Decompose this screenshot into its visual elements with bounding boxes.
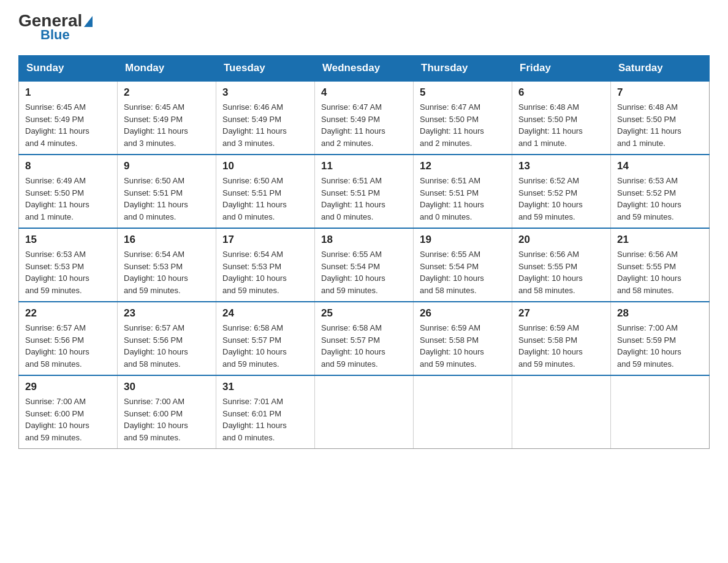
day-info: Sunrise: 6:53 AMSunset: 5:52 PMDaylight:… (617, 175, 703, 223)
calendar-cell: 17Sunrise: 6:54 AMSunset: 5:53 PMDayligh… (216, 228, 315, 302)
weekday-header-thursday: Thursday (414, 56, 512, 82)
calendar-cell: 29Sunrise: 7:00 AMSunset: 6:00 PMDayligh… (19, 375, 118, 449)
day-number: 30 (124, 381, 210, 393)
calendar-cell: 11Sunrise: 6:51 AMSunset: 5:51 PMDayligh… (315, 155, 414, 228)
day-number: 2 (124, 86, 210, 99)
calendar-cell: 8Sunrise: 6:49 AMSunset: 5:50 PMDaylight… (19, 155, 118, 228)
calendar-cell: 3Sunrise: 6:46 AMSunset: 5:49 PMDaylight… (216, 81, 315, 155)
logo-blue-text: Blue (40, 27, 70, 43)
day-number: 31 (222, 381, 308, 393)
calendar-cell (512, 375, 611, 449)
calendar-cell: 6Sunrise: 6:48 AMSunset: 5:50 PMDaylight… (512, 81, 611, 155)
day-info: Sunrise: 7:00 AMSunset: 6:00 PMDaylight:… (25, 396, 111, 443)
calendar-cell: 7Sunrise: 6:48 AMSunset: 5:50 PMDaylight… (611, 81, 710, 155)
day-info: Sunrise: 6:54 AMSunset: 5:53 PMDaylight:… (222, 248, 308, 296)
day-info: Sunrise: 6:57 AMSunset: 5:56 PMDaylight:… (25, 322, 111, 370)
calendar-cell: 5Sunrise: 6:47 AMSunset: 5:50 PMDaylight… (414, 81, 512, 155)
day-info: Sunrise: 6:56 AMSunset: 5:55 PMDaylight:… (518, 248, 604, 296)
day-info: Sunrise: 6:55 AMSunset: 5:54 PMDaylight:… (420, 248, 506, 296)
calendar-table: SundayMondayTuesdayWednesdayThursdayFrid… (18, 55, 710, 449)
day-number: 11 (321, 160, 407, 172)
day-info: Sunrise: 6:52 AMSunset: 5:52 PMDaylight:… (518, 175, 604, 223)
calendar-cell: 24Sunrise: 6:58 AMSunset: 5:57 PMDayligh… (216, 302, 315, 375)
weekday-header-sunday: Sunday (19, 56, 118, 82)
day-number: 25 (321, 307, 407, 320)
day-number: 17 (222, 234, 308, 246)
calendar-cell: 10Sunrise: 6:50 AMSunset: 5:51 PMDayligh… (216, 155, 315, 228)
day-info: Sunrise: 6:59 AMSunset: 5:58 PMDaylight:… (518, 322, 604, 370)
day-info: Sunrise: 7:00 AMSunset: 6:00 PMDaylight:… (124, 396, 210, 443)
day-info: Sunrise: 6:54 AMSunset: 5:53 PMDaylight:… (124, 248, 210, 296)
calendar-cell: 4Sunrise: 6:47 AMSunset: 5:49 PMDaylight… (315, 81, 414, 155)
day-info: Sunrise: 6:53 AMSunset: 5:53 PMDaylight:… (25, 248, 111, 296)
calendar-cell: 31Sunrise: 7:01 AMSunset: 6:01 PMDayligh… (216, 375, 315, 449)
day-number: 12 (420, 160, 506, 172)
day-number: 29 (25, 381, 111, 393)
day-info: Sunrise: 6:48 AMSunset: 5:50 PMDaylight:… (617, 101, 703, 149)
logo: General Blue (18, 12, 93, 43)
calendar-cell: 1Sunrise: 6:45 AMSunset: 5:49 PMDaylight… (19, 81, 118, 155)
day-number: 24 (222, 307, 308, 320)
calendar-cell: 16Sunrise: 6:54 AMSunset: 5:53 PMDayligh… (118, 228, 216, 302)
calendar-body: 1Sunrise: 6:45 AMSunset: 5:49 PMDaylight… (19, 81, 710, 449)
day-number: 10 (222, 160, 308, 172)
calendar-cell: 25Sunrise: 6:58 AMSunset: 5:57 PMDayligh… (315, 302, 414, 375)
day-info: Sunrise: 6:47 AMSunset: 5:49 PMDaylight:… (321, 101, 407, 149)
weekday-header-friday: Friday (512, 56, 611, 82)
day-number: 26 (420, 307, 506, 320)
day-info: Sunrise: 6:50 AMSunset: 5:51 PMDaylight:… (222, 175, 308, 223)
page-header: General Blue (18, 12, 710, 43)
calendar-cell: 14Sunrise: 6:53 AMSunset: 5:52 PMDayligh… (611, 155, 710, 228)
weekday-header-saturday: Saturday (611, 56, 710, 82)
calendar-week-2: 8Sunrise: 6:49 AMSunset: 5:50 PMDaylight… (19, 155, 710, 228)
calendar-cell: 15Sunrise: 6:53 AMSunset: 5:53 PMDayligh… (19, 228, 118, 302)
calendar-cell: 22Sunrise: 6:57 AMSunset: 5:56 PMDayligh… (19, 302, 118, 375)
day-number: 18 (321, 234, 407, 246)
calendar-week-1: 1Sunrise: 6:45 AMSunset: 5:49 PMDaylight… (19, 81, 710, 155)
day-number: 7 (617, 86, 703, 99)
calendar-cell: 27Sunrise: 6:59 AMSunset: 5:58 PMDayligh… (512, 302, 611, 375)
calendar-cell: 12Sunrise: 6:51 AMSunset: 5:51 PMDayligh… (414, 155, 512, 228)
day-number: 27 (518, 307, 604, 320)
calendar-cell: 9Sunrise: 6:50 AMSunset: 5:51 PMDaylight… (118, 155, 216, 228)
day-number: 21 (617, 234, 703, 246)
calendar-cell: 28Sunrise: 7:00 AMSunset: 5:59 PMDayligh… (611, 302, 710, 375)
day-info: Sunrise: 6:58 AMSunset: 5:57 PMDaylight:… (321, 322, 407, 370)
weekday-header-wednesday: Wednesday (315, 56, 414, 82)
weekday-header-tuesday: Tuesday (216, 56, 315, 82)
day-info: Sunrise: 6:56 AMSunset: 5:55 PMDaylight:… (617, 248, 703, 296)
day-info: Sunrise: 6:58 AMSunset: 5:57 PMDaylight:… (222, 322, 308, 370)
day-info: Sunrise: 6:45 AMSunset: 5:49 PMDaylight:… (124, 101, 210, 149)
day-info: Sunrise: 6:46 AMSunset: 5:49 PMDaylight:… (222, 101, 308, 149)
calendar-week-4: 22Sunrise: 6:57 AMSunset: 5:56 PMDayligh… (19, 302, 710, 375)
calendar-week-3: 15Sunrise: 6:53 AMSunset: 5:53 PMDayligh… (19, 228, 710, 302)
day-info: Sunrise: 6:51 AMSunset: 5:51 PMDaylight:… (420, 175, 506, 223)
day-info: Sunrise: 6:45 AMSunset: 5:49 PMDaylight:… (25, 101, 111, 149)
day-number: 19 (420, 234, 506, 246)
calendar-week-5: 29Sunrise: 7:00 AMSunset: 6:00 PMDayligh… (19, 375, 710, 449)
day-number: 1 (25, 86, 111, 99)
day-number: 4 (321, 86, 407, 99)
day-info: Sunrise: 6:51 AMSunset: 5:51 PMDaylight:… (321, 175, 407, 223)
calendar-cell: 13Sunrise: 6:52 AMSunset: 5:52 PMDayligh… (512, 155, 611, 228)
day-info: Sunrise: 6:59 AMSunset: 5:58 PMDaylight:… (420, 322, 506, 370)
day-number: 20 (518, 234, 604, 246)
day-number: 3 (222, 86, 308, 99)
day-number: 28 (617, 307, 703, 320)
calendar-cell: 30Sunrise: 7:00 AMSunset: 6:00 PMDayligh… (118, 375, 216, 449)
day-number: 15 (25, 234, 111, 246)
day-info: Sunrise: 6:49 AMSunset: 5:50 PMDaylight:… (25, 175, 111, 223)
calendar-header: SundayMondayTuesdayWednesdayThursdayFrid… (19, 56, 710, 82)
calendar-cell: 18Sunrise: 6:55 AMSunset: 5:54 PMDayligh… (315, 228, 414, 302)
day-number: 22 (25, 307, 111, 320)
calendar-cell: 20Sunrise: 6:56 AMSunset: 5:55 PMDayligh… (512, 228, 611, 302)
day-number: 14 (617, 160, 703, 172)
day-number: 16 (124, 234, 210, 246)
day-info: Sunrise: 6:48 AMSunset: 5:50 PMDaylight:… (518, 101, 604, 149)
day-number: 6 (518, 86, 604, 99)
day-info: Sunrise: 6:50 AMSunset: 5:51 PMDaylight:… (124, 175, 210, 223)
calendar-cell: 26Sunrise: 6:59 AMSunset: 5:58 PMDayligh… (414, 302, 512, 375)
day-number: 9 (124, 160, 210, 172)
calendar-cell (611, 375, 710, 449)
calendar-cell (414, 375, 512, 449)
